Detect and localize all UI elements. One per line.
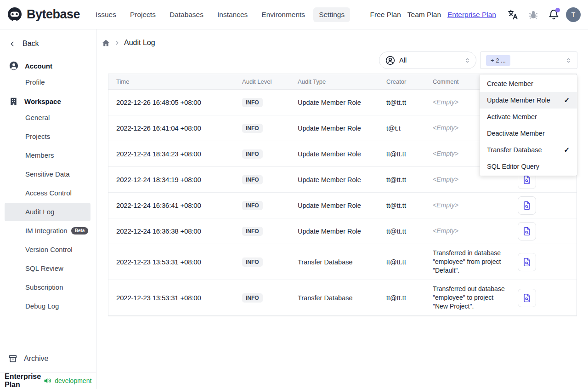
menu-item-label: Transfer Database [487,146,542,154]
archive-icon [8,354,17,363]
nav-issues[interactable]: Issues [90,7,122,22]
level-badge: INFO [242,175,263,184]
table-row: 2022-12-24 16:36:41 +08:00 INFO Update M… [108,193,577,218]
level-badge: INFO [242,257,263,267]
comment-cell: <Empty> [425,227,510,235]
nav-databases[interactable]: Databases [164,7,209,22]
top-nav-right: Free Plan Team Plan Enterprise Plan [369,7,581,23]
nav-settings[interactable]: Settings [313,7,350,22]
sidebar-item-sql-review[interactable]: SQL Review [5,259,90,278]
notification-dot [555,8,560,12]
type-filter-count-tag[interactable]: + 2 ... [486,55,510,66]
breadcrumb: Audit Log [96,29,588,50]
menu-item-label: Update Member Role [487,97,550,104]
archive-label: Archive [24,355,48,363]
table-row: 2022-12-24 16:36:38 +08:00 INFO Update M… [108,218,577,244]
enterprise-plan-link[interactable]: Enterprise Plan [447,9,497,21]
col-time: Time [108,78,234,85]
comment-cell: <Empty> [425,201,510,210]
home-icon[interactable] [102,39,110,47]
breadcrumb-chevron-icon [114,40,120,46]
view-detail-button[interactable] [518,222,536,240]
check-icon: ✓ [564,96,570,104]
col-audit-level: Audit Level [234,78,290,85]
time-cell: 2022-12-24 16:36:38 +08:00 [108,227,234,235]
level-badge: INFO [242,124,263,133]
notifications-bell-icon[interactable] [546,7,561,23]
sidebar-item-access-control[interactable]: Access Control [5,184,90,202]
account-title: Account [25,62,52,70]
filter-row: All + 2 ... [96,51,588,69]
sidebar-item-sensitive-data[interactable]: Sensitive Data [5,165,90,183]
back-button[interactable]: Back [0,37,96,51]
bug-report-icon[interactable] [526,7,541,23]
menu-item-transfer-database[interactable]: Transfer Database ✓ [480,142,577,158]
table-row: 2022-12-23 13:53:31 +08:00 INFO Transfer… [108,280,577,316]
creator-filter-select[interactable]: All [379,51,476,69]
view-detail-button[interactable] [518,253,536,271]
current-plan-label: Enterprise Plan [5,372,41,389]
creator-cell: tt@tt.tt [379,150,425,158]
back-label: Back [23,40,39,48]
col-audit-type: Audit Type [290,78,379,85]
menu-item-create-member[interactable]: Create Member [480,75,577,92]
beta-badge: Beta [71,227,89,235]
menu-item-label: SQL Editor Query [487,163,539,170]
level-badge: INFO [242,201,263,210]
sidebar-item-version-control[interactable]: Version Control [5,240,90,259]
sidebar-item-subscription[interactable]: Subscription [5,278,90,297]
main-nav: Issues Projects Databases Instances Envi… [90,7,350,22]
time-cell: 2022-12-26 16:48:05 +08:00 [108,98,234,106]
menu-item-sql-editor-query[interactable]: SQL Editor Query [480,158,577,175]
sidebar-item-debug-log[interactable]: Debug Log [5,297,90,315]
bytebase-logo[interactable]: Bytebase [6,6,80,23]
creator-cell: tt@tt.tt [379,294,425,302]
workspace-section-header: Workspace [0,94,96,108]
bytebase-logo-icon [6,6,23,23]
creator-cell: tt@tt.tt [379,258,425,266]
time-cell: 2022-12-24 18:34:19 +08:00 [108,176,234,183]
creator-cell: tt@tt.tt [379,176,425,183]
free-plan-link[interactable]: Free Plan [369,9,402,21]
level-badge: INFO [242,293,263,303]
speaker-icon [44,377,52,385]
settings-sidebar: Back Account Profile [0,29,96,389]
type-cell: Transfer Database [290,294,379,302]
creator-cell: tt@tt.tt [379,228,425,235]
creator-cell: tt@tt.tt [379,202,425,209]
workspace-title: Workspace [24,97,61,105]
sidebar-item-im-integration[interactable]: IM Integration Beta [5,222,90,240]
user-avatar[interactable]: T [566,7,581,22]
sidebar-item-audit-log[interactable]: Audit Log [5,203,90,221]
sidebar-item-profile[interactable]: Profile [5,73,90,92]
menu-item-activate-member[interactable]: Activate Member [480,109,577,125]
type-cell: Update Member Role [290,150,379,158]
level-badge: INFO [242,227,263,236]
view-detail-button[interactable] [518,289,536,307]
sidebar-item-projects[interactable]: Projects [5,127,90,146]
brand-name: Bytebase [27,7,80,22]
menu-item-deactivate-member[interactable]: Deactivate Member [480,125,577,142]
archive-button[interactable]: Archive [0,352,96,366]
nav-instances[interactable]: Instances [212,7,253,22]
sidebar-item-general[interactable]: General [5,109,90,127]
type-cell: Update Member Role [290,99,379,106]
level-badge: INFO [242,149,263,159]
view-detail-button[interactable] [518,196,536,215]
time-cell: 2022-12-24 16:36:41 +08:00 [108,201,234,209]
level-badge: INFO [242,98,263,107]
nav-projects[interactable]: Projects [124,7,161,22]
time-cell: 2022-12-23 13:53:31 +08:00 [108,294,234,302]
sidebar-item-members[interactable]: Members [5,146,90,165]
time-cell: 2022-12-24 18:34:23 +08:00 [108,150,234,158]
team-plan-link[interactable]: Team Plan [407,9,442,21]
type-cell: Update Member Role [290,202,379,209]
user-circle-icon [9,61,19,71]
translate-icon[interactable] [505,7,521,23]
type-cell: Update Member Role [290,228,379,235]
nav-environments[interactable]: Environments [256,7,311,22]
im-integration-label: IM Integration [25,222,68,240]
audit-type-filter-select[interactable]: + 2 ... [480,51,577,69]
menu-item-update-member-role[interactable]: Update Member Role ✓ [480,92,577,109]
back-chevron-icon [8,40,16,48]
